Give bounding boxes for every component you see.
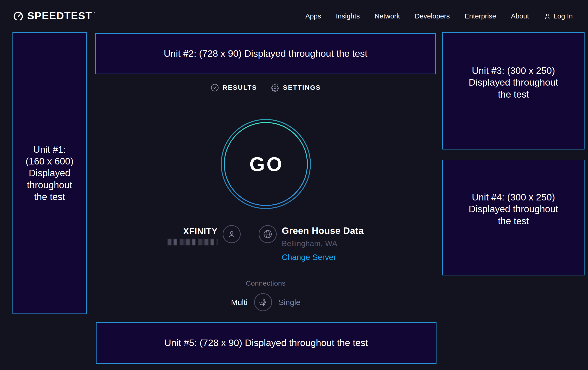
isp-icon-badge[interactable] bbox=[223, 225, 241, 243]
isp-name: XFINITY bbox=[183, 227, 218, 236]
connections-section: Connections Multi Single bbox=[95, 279, 436, 311]
person-circle-icon bbox=[227, 229, 236, 239]
login-button[interactable]: Log In bbox=[544, 12, 573, 20]
isp-block: XFINITY bbox=[168, 225, 241, 262]
speedtest-main: RESULTS SETTINGS GO XFINITY bbox=[95, 74, 436, 311]
ad-unit-3-rectangle[interactable]: Unit #3: (300 x 250) Displayed throughou… bbox=[442, 32, 585, 150]
go-ring-gap: GO bbox=[222, 120, 310, 208]
ad-unit-1-text: Unit #1: (160 x 600) Displayed throughou… bbox=[26, 144, 74, 203]
ad-unit-2-leaderboard[interactable]: Unit #2: (728 x 90) Displayed throughout… bbox=[95, 33, 436, 74]
ad-unit-1-skyscraper[interactable]: Unit #1: (160 x 600) Displayed throughou… bbox=[12, 32, 87, 314]
server-location: Bellingham, WA bbox=[282, 239, 337, 248]
nav-item-network[interactable]: Network bbox=[375, 12, 400, 20]
tabs: RESULTS SETTINGS bbox=[95, 83, 436, 92]
ad-unit-5-leaderboard[interactable]: Unit #5: (728 x 90) Displayed throughout… bbox=[96, 322, 437, 364]
connections-single-label[interactable]: Single bbox=[279, 298, 300, 307]
redacted-ip-address bbox=[168, 239, 218, 245]
check-circle-icon bbox=[211, 83, 219, 92]
ad-unit-3-text: Unit #3: (300 x 250) Displayed throughou… bbox=[469, 65, 558, 100]
go-button-area: GO bbox=[95, 119, 436, 209]
server-name: Green House Data bbox=[282, 226, 364, 236]
nav-item-insights[interactable]: Insights bbox=[336, 12, 360, 20]
connection-meta: XFINITY Green House Data Bellin bbox=[95, 225, 436, 262]
login-label: Log In bbox=[554, 12, 573, 20]
ad-unit-4-text: Unit #4: (300 x 250) Displayed throughou… bbox=[469, 191, 558, 227]
isp-info: XFINITY bbox=[168, 227, 218, 262]
go-core: GO bbox=[225, 123, 307, 205]
connections-toggle-button[interactable] bbox=[254, 293, 272, 311]
person-icon bbox=[544, 13, 551, 20]
header: SPEEDTEST™ Apps Insights Network Develop… bbox=[0, 0, 588, 32]
go-label: GO bbox=[248, 153, 284, 176]
nav-item-developers[interactable]: Developers bbox=[415, 12, 450, 20]
go-button[interactable]: GO bbox=[221, 119, 311, 209]
ad-unit-2-text: Unit #2: (728 x 90) Displayed throughout… bbox=[164, 48, 368, 60]
speedtest-gauge-icon bbox=[13, 11, 23, 22]
logo-wordmark: SPEEDTEST bbox=[27, 10, 92, 22]
multi-arrows-icon bbox=[258, 297, 268, 308]
globe-icon bbox=[263, 229, 273, 239]
change-server-link[interactable]: Change Server bbox=[282, 253, 336, 262]
tab-settings[interactable]: SETTINGS bbox=[271, 83, 321, 92]
connections-multi-label[interactable]: Multi bbox=[231, 298, 248, 307]
server-icon-badge[interactable] bbox=[259, 225, 277, 243]
ad-unit-4-rectangle[interactable]: Unit #4: (300 x 250) Displayed throughou… bbox=[442, 160, 585, 275]
nav-item-about[interactable]: About bbox=[511, 12, 529, 20]
gear-icon bbox=[271, 83, 279, 92]
logo-trademark: ™ bbox=[92, 11, 96, 15]
nav-item-apps[interactable]: Apps bbox=[305, 12, 321, 20]
server-block: Green House Data Bellingham, WA Change S… bbox=[259, 225, 364, 262]
connections-title: Connections bbox=[246, 279, 285, 287]
logo-text: SPEEDTEST™ bbox=[27, 11, 96, 21]
main-nav: Apps Insights Network Developers Enterpr… bbox=[305, 12, 573, 20]
server-info: Green House Data Bellingham, WA Change S… bbox=[282, 226, 364, 262]
tab-results-label: RESULTS bbox=[223, 84, 257, 91]
connections-toggle-row: Multi Single bbox=[231, 293, 300, 311]
ad-unit-5-text: Unit #5: (728 x 90) Displayed throughout… bbox=[164, 337, 368, 349]
tab-results[interactable]: RESULTS bbox=[211, 83, 257, 92]
speedtest-logo[interactable]: SPEEDTEST™ bbox=[13, 11, 96, 22]
go-ring-inner: GO bbox=[224, 122, 308, 206]
tab-settings-label: SETTINGS bbox=[283, 84, 321, 91]
nav-item-enterprise[interactable]: Enterprise bbox=[464, 12, 496, 20]
